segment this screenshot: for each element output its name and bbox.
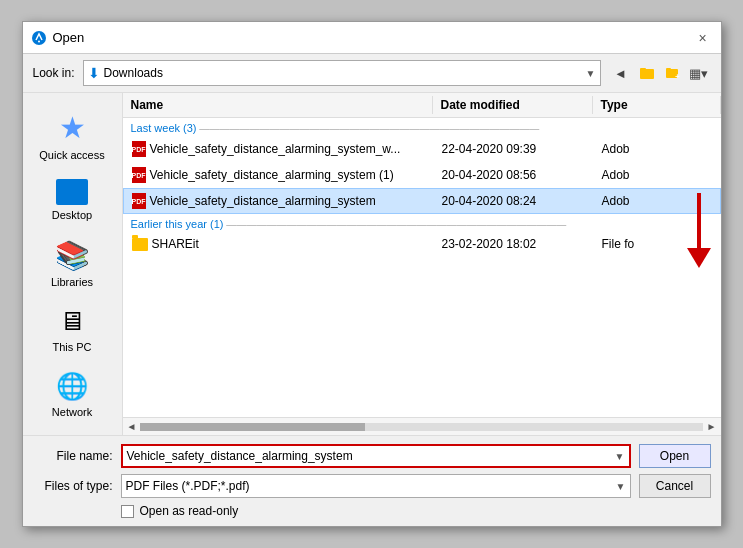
main-content: ★ Quick access Desktop 📚 Libraries 🖥 Thi…: [23, 93, 721, 435]
toolbar: Look in: ⬇ Downloads ▼ ◄ + ▦▾: [23, 54, 721, 93]
network-icon: 🌐: [56, 371, 88, 402]
svg-rect-5: [666, 68, 671, 71]
file-type-value: PDF Files (*.PDF;*.pdf): [126, 479, 616, 493]
cancel-button[interactable]: Cancel: [639, 474, 711, 498]
sidebar-item-desktop[interactable]: Desktop: [27, 172, 117, 228]
pdf-icon: PDF: [132, 193, 146, 209]
sidebar-label-network: Network: [52, 406, 92, 418]
file-type-combo[interactable]: PDF Files (*.PDF;*.pdf) ▼: [121, 474, 631, 498]
combo-dropdown-arrow: ▼: [586, 68, 596, 79]
title-bar: Open ×: [23, 22, 721, 54]
dialog-icon: [31, 30, 47, 46]
scroll-left-arrow[interactable]: ◄: [127, 421, 137, 432]
open-button[interactable]: Open: [639, 444, 711, 468]
table-row[interactable]: PDF Vehicle_safety_distance_alarming_sys…: [123, 136, 721, 162]
sidebar: ★ Quick access Desktop 📚 Libraries 🖥 Thi…: [23, 93, 123, 435]
file-type-cell: Adob: [594, 166, 720, 184]
file-name-cell: PDF Vehicle_safety_distance_alarming_sys…: [124, 191, 434, 211]
file-list: Last week (3) PDF Vehicle_safety_distanc…: [123, 118, 721, 417]
group-label-earlier: Earlier this year (1): [123, 214, 721, 232]
scroll-thumb: [140, 423, 365, 431]
file-name-cell: PDF Vehicle_safety_distance_alarming_sys…: [124, 139, 434, 159]
file-name-cell: PDF Vehicle_safety_distance_alarming_sys…: [124, 165, 434, 185]
folder-icon: ⬇: [88, 65, 100, 81]
look-in-combo[interactable]: ⬇ Downloads ▼: [83, 60, 601, 86]
scroll-right-arrow[interactable]: ►: [707, 421, 717, 432]
file-type-row: Files of type: PDF Files (*.PDF;*.pdf) ▼…: [33, 474, 711, 498]
folder-icon-small: [132, 238, 148, 251]
file-name-combo-arrow: ▼: [615, 451, 625, 462]
open-as-readonly-checkbox[interactable]: [121, 505, 134, 518]
file-name-combo[interactable]: Vehicle_safety_distance_alarming_system …: [121, 444, 631, 468]
folder-button[interactable]: [635, 61, 659, 85]
title-bar-left: Open: [31, 30, 85, 46]
col-header-date[interactable]: Date modified: [433, 96, 593, 114]
pdf-icon: PDF: [132, 167, 146, 183]
bottom-area: File name: Vehicle_safety_distance_alarm…: [23, 435, 721, 526]
table-row[interactable]: PDF Vehicle_safety_distance_alarming_sys…: [123, 162, 721, 188]
new-folder-button[interactable]: +: [661, 61, 685, 85]
open-as-readonly-label: Open as read-only: [140, 504, 239, 518]
horizontal-scrollbar[interactable]: ◄ ►: [123, 417, 721, 435]
file-name-value: Vehicle_safety_distance_alarming_system: [127, 449, 615, 463]
sidebar-label-desktop: Desktop: [52, 209, 92, 221]
file-name-label: File name:: [33, 449, 113, 463]
sidebar-label-this-pc: This PC: [52, 341, 91, 353]
this-pc-icon: 🖥: [59, 306, 85, 337]
file-date-cell: 23-02-2020 18:02: [434, 235, 594, 253]
file-type-combo-arrow: ▼: [616, 481, 626, 492]
file-name-cell: SHAREit: [124, 235, 434, 253]
table-row[interactable]: SHAREit 23-02-2020 18:02 File fo: [123, 232, 721, 256]
sidebar-label-quick-access: Quick access: [39, 149, 104, 161]
open-as-readonly-row: Open as read-only: [121, 504, 711, 518]
new-folder-icon: +: [666, 66, 680, 80]
toolbar-buttons: ◄ + ▦▾: [609, 61, 711, 85]
svg-rect-3: [640, 68, 646, 71]
file-date-cell: 20-04-2020 08:56: [434, 166, 594, 184]
back-button[interactable]: ◄: [609, 61, 633, 85]
file-date-cell: 20-04-2020 08:24: [434, 192, 594, 210]
file-type-label: Files of type:: [33, 479, 113, 493]
folder-btn-icon: [640, 66, 654, 80]
desktop-icon: [56, 179, 88, 205]
svg-text:+: +: [675, 72, 680, 80]
open-dialog: Open × Look in: ⬇ Downloads ▼ ◄ +: [22, 21, 722, 527]
table-row[interactable]: PDF Vehicle_safety_distance_alarming_sys…: [123, 188, 721, 214]
sidebar-item-network[interactable]: 🌐 Network: [27, 364, 117, 425]
col-header-name[interactable]: Name: [123, 96, 433, 114]
svg-point-1: [38, 40, 40, 42]
look-in-label: Look in:: [33, 66, 75, 80]
current-folder-text: Downloads: [104, 66, 582, 80]
close-button[interactable]: ×: [693, 28, 713, 48]
star-icon: ★: [59, 110, 86, 145]
group-label-last-week: Last week (3): [123, 118, 721, 136]
file-area: Name Date modified Type Last week (3) PD…: [123, 93, 721, 435]
dialog-title: Open: [53, 30, 85, 45]
file-type-cell: Adob: [594, 140, 720, 158]
file-date-cell: 22-04-2020 09:39: [434, 140, 594, 158]
sidebar-item-quick-access[interactable]: ★ Quick access: [27, 103, 117, 168]
pdf-icon: PDF: [132, 141, 146, 157]
red-arrow-annotation: [687, 193, 711, 268]
col-header-type[interactable]: Type: [593, 96, 721, 114]
views-button[interactable]: ▦▾: [687, 61, 711, 85]
sidebar-item-libraries[interactable]: 📚 Libraries: [27, 232, 117, 295]
scroll-track[interactable]: [140, 423, 702, 431]
file-name-row: File name: Vehicle_safety_distance_alarm…: [33, 444, 711, 468]
file-area-wrapper: Name Date modified Type Last week (3) PD…: [123, 93, 721, 435]
file-list-header: Name Date modified Type: [123, 93, 721, 118]
sidebar-label-libraries: Libraries: [51, 276, 93, 288]
libraries-icon: 📚: [55, 239, 90, 272]
sidebar-item-this-pc[interactable]: 🖥 This PC: [27, 299, 117, 360]
